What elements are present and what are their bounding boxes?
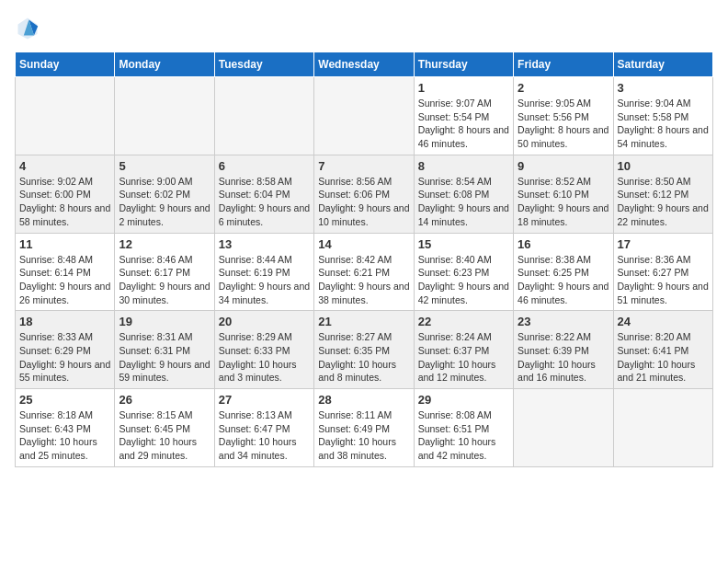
day-info: Sunrise: 8:40 AM Sunset: 6:23 PM Dayligh… (418, 253, 509, 307)
day-number: 24 (618, 315, 709, 328)
day-info: Sunrise: 8:22 AM Sunset: 6:39 PM Dayligh… (518, 330, 609, 385)
day-number: 11 (19, 237, 110, 251)
day-number: 12 (119, 237, 210, 251)
day-number: 16 (518, 237, 609, 251)
logo-icon (15, 15, 40, 40)
calendar-week-row-3: 18Sunrise: 8:33 AM Sunset: 6:29 PM Dayli… (16, 311, 713, 389)
day-number: 2 (518, 81, 609, 95)
calendar-cell: 7Sunrise: 8:56 AM Sunset: 6:06 PM Daylig… (314, 155, 414, 233)
weekday-header-saturday: Saturday (613, 52, 712, 77)
day-info: Sunrise: 8:29 AM Sunset: 6:33 PM Dayligh… (219, 330, 310, 385)
calendar-cell: 22Sunrise: 8:24 AM Sunset: 6:37 PM Dayli… (414, 311, 513, 389)
calendar-cell: 10Sunrise: 8:50 AM Sunset: 6:12 PM Dayli… (613, 155, 712, 233)
day-info: Sunrise: 8:18 AM Sunset: 6:43 PM Dayligh… (19, 408, 110, 463)
day-info: Sunrise: 9:02 AM Sunset: 6:00 PM Dayligh… (19, 175, 110, 229)
day-info: Sunrise: 9:05 AM Sunset: 5:56 PM Dayligh… (518, 97, 609, 151)
calendar-cell: 8Sunrise: 8:54 AM Sunset: 6:08 PM Daylig… (414, 155, 513, 233)
day-number: 14 (318, 237, 409, 251)
calendar-cell: 2Sunrise: 9:05 AM Sunset: 5:56 PM Daylig… (514, 77, 613, 155)
calendar-cell: 21Sunrise: 8:27 AM Sunset: 6:35 PM Dayli… (314, 311, 414, 389)
calendar-cell: 16Sunrise: 8:38 AM Sunset: 6:25 PM Dayli… (514, 233, 613, 311)
day-number: 10 (618, 159, 709, 173)
day-number: 5 (119, 159, 210, 173)
weekday-header-sunday: Sunday (16, 52, 115, 77)
day-number: 22 (418, 315, 509, 328)
day-number: 8 (418, 159, 509, 173)
calendar-cell: 18Sunrise: 8:33 AM Sunset: 6:29 PM Dayli… (16, 311, 115, 389)
day-info: Sunrise: 9:07 AM Sunset: 5:54 PM Dayligh… (418, 97, 509, 151)
calendar-cell: 28Sunrise: 8:11 AM Sunset: 6:49 PM Dayli… (314, 389, 414, 467)
calendar-cell: 17Sunrise: 8:36 AM Sunset: 6:27 PM Dayli… (613, 233, 712, 311)
day-number: 20 (219, 315, 310, 328)
day-number: 9 (518, 159, 609, 173)
day-number: 28 (318, 393, 409, 407)
calendar-cell: 9Sunrise: 8:52 AM Sunset: 6:10 PM Daylig… (514, 155, 613, 233)
day-info: Sunrise: 8:33 AM Sunset: 6:29 PM Dayligh… (19, 330, 110, 385)
day-info: Sunrise: 8:48 AM Sunset: 6:14 PM Dayligh… (19, 253, 110, 307)
calendar-week-row-2: 11Sunrise: 8:48 AM Sunset: 6:14 PM Dayli… (16, 233, 713, 311)
weekday-header-row: SundayMondayTuesdayWednesdayThursdayFrid… (16, 52, 713, 77)
calendar-cell (214, 77, 313, 155)
day-info: Sunrise: 9:04 AM Sunset: 5:58 PM Dayligh… (618, 97, 709, 151)
weekday-header-wednesday: Wednesday (314, 52, 414, 77)
day-number: 19 (119, 315, 210, 328)
calendar-cell (115, 77, 214, 155)
calendar-week-row-4: 25Sunrise: 8:18 AM Sunset: 6:43 PM Dayli… (16, 389, 713, 467)
day-info: Sunrise: 8:15 AM Sunset: 6:45 PM Dayligh… (119, 408, 210, 463)
day-info: Sunrise: 8:08 AM Sunset: 6:51 PM Dayligh… (418, 408, 509, 463)
day-info: Sunrise: 8:31 AM Sunset: 6:31 PM Dayligh… (119, 330, 210, 385)
day-number: 7 (318, 159, 409, 173)
day-info: Sunrise: 8:13 AM Sunset: 6:47 PM Dayligh… (219, 408, 310, 463)
calendar-table: SundayMondayTuesdayWednesdayThursdayFrid… (15, 52, 713, 467)
day-info: Sunrise: 8:20 AM Sunset: 6:41 PM Dayligh… (618, 330, 709, 385)
day-number: 3 (618, 81, 709, 95)
calendar-week-row-1: 4Sunrise: 9:02 AM Sunset: 6:00 PM Daylig… (16, 155, 713, 233)
day-number: 1 (418, 81, 509, 95)
day-number: 26 (119, 393, 210, 407)
calendar-cell (16, 77, 115, 155)
calendar-cell: 24Sunrise: 8:20 AM Sunset: 6:41 PM Dayli… (613, 311, 712, 389)
day-number: 23 (518, 315, 609, 328)
day-info: Sunrise: 8:50 AM Sunset: 6:12 PM Dayligh… (618, 175, 709, 229)
day-info: Sunrise: 8:38 AM Sunset: 6:25 PM Dayligh… (518, 253, 609, 307)
calendar-cell: 29Sunrise: 8:08 AM Sunset: 6:51 PM Dayli… (414, 389, 513, 467)
day-info: Sunrise: 8:44 AM Sunset: 6:19 PM Dayligh… (219, 253, 310, 307)
day-number: 15 (418, 237, 509, 251)
calendar-cell: 13Sunrise: 8:44 AM Sunset: 6:19 PM Dayli… (214, 233, 313, 311)
day-number: 21 (318, 315, 409, 328)
day-info: Sunrise: 8:36 AM Sunset: 6:27 PM Dayligh… (618, 253, 709, 307)
weekday-header-monday: Monday (115, 52, 214, 77)
calendar-cell: 12Sunrise: 8:46 AM Sunset: 6:17 PM Dayli… (115, 233, 214, 311)
calendar-cell: 19Sunrise: 8:31 AM Sunset: 6:31 PM Dayli… (115, 311, 214, 389)
day-number: 25 (19, 393, 110, 407)
calendar-cell: 3Sunrise: 9:04 AM Sunset: 5:58 PM Daylig… (613, 77, 712, 155)
day-number: 17 (618, 237, 709, 251)
day-info: Sunrise: 8:11 AM Sunset: 6:49 PM Dayligh… (318, 408, 409, 463)
calendar-cell: 26Sunrise: 8:15 AM Sunset: 6:45 PM Dayli… (115, 389, 214, 467)
day-number: 29 (418, 393, 509, 407)
calendar-cell: 6Sunrise: 8:58 AM Sunset: 6:04 PM Daylig… (214, 155, 313, 233)
calendar-cell: 14Sunrise: 8:42 AM Sunset: 6:21 PM Dayli… (314, 233, 414, 311)
calendar-cell: 1Sunrise: 9:07 AM Sunset: 5:54 PM Daylig… (414, 77, 513, 155)
calendar-cell: 5Sunrise: 9:00 AM Sunset: 6:02 PM Daylig… (115, 155, 214, 233)
weekday-header-thursday: Thursday (414, 52, 513, 77)
day-number: 4 (19, 159, 110, 173)
day-info: Sunrise: 8:56 AM Sunset: 6:06 PM Dayligh… (318, 175, 409, 229)
day-number: 18 (19, 315, 110, 328)
header (15, 15, 713, 40)
calendar-cell: 11Sunrise: 8:48 AM Sunset: 6:14 PM Dayli… (16, 233, 115, 311)
calendar-cell: 23Sunrise: 8:22 AM Sunset: 6:39 PM Dayli… (514, 311, 613, 389)
day-info: Sunrise: 8:58 AM Sunset: 6:04 PM Dayligh… (219, 175, 310, 229)
calendar-cell (314, 77, 414, 155)
weekday-header-friday: Friday (514, 52, 613, 77)
weekday-header-tuesday: Tuesday (214, 52, 313, 77)
day-info: Sunrise: 8:27 AM Sunset: 6:35 PM Dayligh… (318, 330, 409, 385)
calendar-cell: 4Sunrise: 9:02 AM Sunset: 6:00 PM Daylig… (16, 155, 115, 233)
day-info: Sunrise: 8:24 AM Sunset: 6:37 PM Dayligh… (418, 330, 509, 385)
calendar-cell: 20Sunrise: 8:29 AM Sunset: 6:33 PM Dayli… (214, 311, 313, 389)
calendar-cell: 25Sunrise: 8:18 AM Sunset: 6:43 PM Dayli… (16, 389, 115, 467)
day-info: Sunrise: 8:52 AM Sunset: 6:10 PM Dayligh… (518, 175, 609, 229)
day-number: 27 (219, 393, 310, 407)
calendar-cell (514, 389, 613, 467)
day-info: Sunrise: 8:46 AM Sunset: 6:17 PM Dayligh… (119, 253, 210, 307)
